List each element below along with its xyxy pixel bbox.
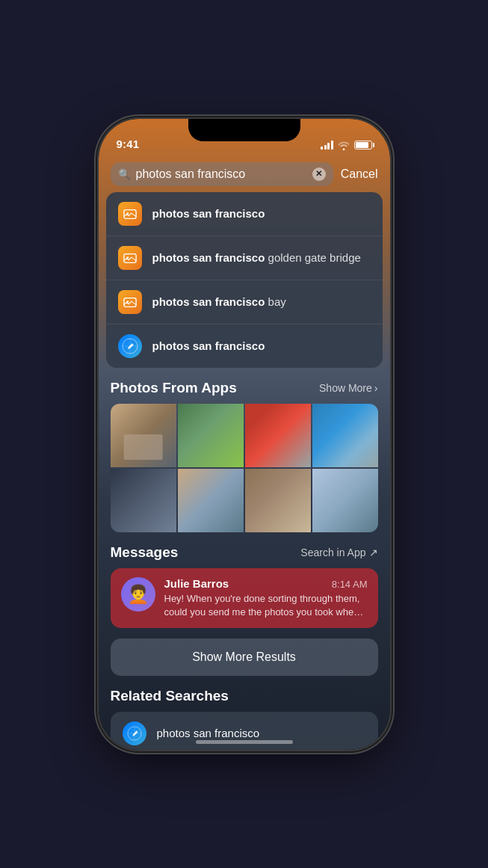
content-area: 🔍 photos san francisco ✕ Cancel	[99, 156, 390, 750]
message-card[interactable]: 🧑‍🦱 Julie Barros 8:14 AM Hey! When you'r…	[111, 568, 378, 628]
related-section-title: Related Searches	[111, 688, 229, 704]
messages-section-title: Messages	[111, 544, 179, 561]
message-top: Julie Barros 8:14 AM	[164, 577, 368, 590]
message-content: Julie Barros 8:14 AM Hey! When you're do…	[164, 577, 368, 619]
photos-section-header: Photos From Apps Show More ›	[111, 380, 378, 396]
battery-fill	[356, 142, 368, 148]
photos-icon	[118, 290, 142, 314]
photo-cell[interactable]	[245, 404, 311, 467]
notch	[188, 119, 300, 141]
suggestion-item[interactable]: photos san francisco golden gate bridge	[106, 236, 383, 280]
suggestion-item[interactable]: photos san francisco bay	[106, 280, 383, 324]
photos-section-title: Photos From Apps	[111, 380, 237, 396]
photo-cell[interactable]	[312, 469, 378, 532]
photos-icon	[118, 202, 142, 226]
search-icon: 🔍	[118, 168, 131, 180]
phone-frame: 9:41	[99, 119, 390, 750]
safari-icon	[123, 721, 146, 745]
messages-header: Messages Search in App ↗	[111, 544, 378, 561]
photos-icon	[118, 246, 142, 270]
search-bar-row: 🔍 photos san francisco ✕ Cancel	[99, 156, 390, 192]
external-link-icon: ↗	[369, 547, 378, 558]
show-more-results-button[interactable]: Show More Results	[111, 638, 378, 676]
avatar: 🧑‍🦱	[121, 577, 155, 612]
photos-section: Photos From Apps Show More ›	[99, 380, 390, 532]
show-more-button[interactable]: Show More ›	[319, 382, 377, 394]
messages-section: Messages Search in App ↗ 🧑‍🦱 Julie Bar	[99, 544, 390, 628]
cancel-button[interactable]: Cancel	[341, 167, 378, 181]
chevron-right-icon: ›	[374, 382, 378, 394]
avatar-emoji: 🧑‍🦱	[127, 585, 149, 603]
message-preview: Hey! When you're done sorting through th…	[164, 592, 368, 619]
suggestion-bold: photos san francisco	[152, 251, 265, 264]
photos-grid	[111, 404, 378, 532]
status-time: 9:41	[117, 138, 140, 150]
suggestion-text: photos san francisco	[152, 339, 265, 352]
status-icons	[321, 141, 372, 150]
home-indicator[interactable]	[196, 740, 293, 744]
phone-wrapper: 9:41	[0, 0, 488, 868]
photo-cell[interactable]	[178, 404, 244, 467]
signal-bars-icon	[321, 141, 333, 150]
suggestion-bold: photos san francisco	[152, 207, 265, 220]
photo-cell[interactable]	[178, 469, 244, 532]
screen: 9:41	[99, 119, 390, 750]
suggestion-item[interactable]: photos san francisco	[106, 192, 383, 236]
photo-cell[interactable]	[245, 469, 311, 532]
search-input-container[interactable]: 🔍 photos san francisco ✕	[111, 162, 333, 186]
related-search-text: photos san francisco	[157, 727, 260, 739]
wifi-icon	[338, 141, 350, 150]
suggestion-item[interactable]: photos san francisco	[106, 324, 383, 368]
search-clear-button[interactable]: ✕	[312, 167, 326, 181]
photo-cell[interactable]	[312, 404, 378, 467]
message-time: 8:14 AM	[332, 579, 368, 590]
battery-icon	[354, 141, 372, 150]
related-search-item[interactable]: photos san francisco	[111, 712, 378, 750]
suggestions-list: photos san francisco	[106, 192, 383, 368]
suggestion-text: photos san francisco golden gate bridge	[152, 251, 361, 264]
suggestion-bold: photos san francisco	[152, 339, 265, 352]
message-sender: Julie Barros	[164, 577, 229, 590]
photo-cell[interactable]	[111, 404, 176, 467]
suggestion-bold: photos san francisco	[152, 295, 265, 308]
photo-cell[interactable]	[111, 469, 176, 532]
suggestion-text: photos san francisco	[152, 207, 265, 220]
search-query-text: photos san francisco	[136, 167, 307, 181]
safari-icon	[118, 334, 142, 358]
search-in-app-label: Search in App	[300, 547, 365, 558]
suggestion-text: photos san francisco bay	[152, 295, 286, 308]
search-in-app-button[interactable]: Search in App ↗	[300, 547, 377, 558]
related-section-header: Related Searches	[111, 688, 378, 704]
show-more-label: Show More	[319, 382, 372, 394]
